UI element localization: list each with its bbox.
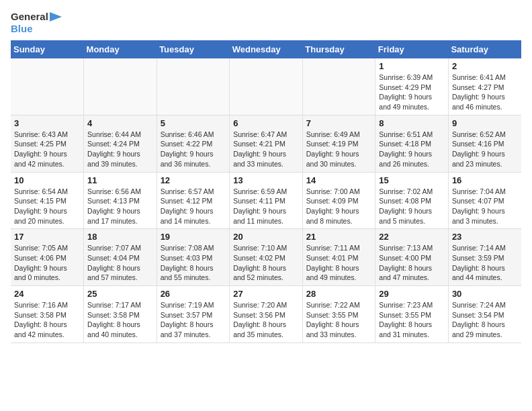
day-info: Sunrise: 6:46 AM Sunset: 4:22 PM Dayligh…	[161, 130, 226, 169]
calendar-cell: 1Sunrise: 6:39 AM Sunset: 4:29 PM Daylig…	[375, 58, 449, 115]
day-number: 12	[161, 175, 226, 185]
calendar-cell	[302, 58, 375, 115]
calendar-cell: 22Sunrise: 7:13 AM Sunset: 4:00 PM Dayli…	[375, 229, 449, 286]
calendar-cell: 2Sunrise: 6:41 AM Sunset: 4:27 PM Daylig…	[448, 58, 521, 115]
calendar-cell: 26Sunrise: 7:19 AM Sunset: 3:57 PM Dayli…	[157, 286, 230, 343]
calendar-cell: 21Sunrise: 7:11 AM Sunset: 4:01 PM Dayli…	[302, 229, 375, 286]
calendar-cell: 3Sunrise: 6:43 AM Sunset: 4:25 PM Daylig…	[11, 115, 84, 172]
logo-blue: Blue	[11, 23, 62, 35]
day-info: Sunrise: 7:17 AM Sunset: 3:58 PM Dayligh…	[87, 300, 153, 340]
calendar-cell: 18Sunrise: 7:07 AM Sunset: 4:04 PM Dayli…	[84, 229, 157, 286]
day-info: Sunrise: 6:54 AM Sunset: 4:15 PM Dayligh…	[14, 187, 80, 226]
logo: General Blue	[11, 11, 62, 35]
day-number: 10	[14, 175, 80, 185]
day-info: Sunrise: 6:51 AM Sunset: 4:18 PM Dayligh…	[379, 130, 445, 169]
calendar-cell: 30Sunrise: 7:24 AM Sunset: 3:54 PM Dayli…	[448, 286, 521, 343]
day-number: 5	[161, 118, 226, 128]
day-info: Sunrise: 6:44 AM Sunset: 4:24 PM Dayligh…	[87, 130, 153, 169]
day-info: Sunrise: 7:04 AM Sunset: 4:07 PM Dayligh…	[452, 187, 518, 226]
calendar-cell: 20Sunrise: 7:10 AM Sunset: 4:02 PM Dayli…	[230, 229, 303, 286]
day-number: 3	[14, 118, 80, 128]
day-info: Sunrise: 7:10 AM Sunset: 4:02 PM Dayligh…	[233, 243, 299, 283]
day-number: 9	[452, 118, 518, 128]
calendar-cell: 27Sunrise: 7:20 AM Sunset: 3:56 PM Dayli…	[230, 286, 303, 343]
day-number: 14	[306, 175, 372, 185]
day-number: 30	[452, 289, 518, 299]
calendar-cell: 23Sunrise: 7:14 AM Sunset: 3:59 PM Dayli…	[448, 229, 521, 286]
day-info: Sunrise: 7:11 AM Sunset: 4:01 PM Dayligh…	[306, 243, 372, 283]
day-info: Sunrise: 7:13 AM Sunset: 4:00 PM Dayligh…	[379, 243, 445, 283]
day-info: Sunrise: 6:43 AM Sunset: 4:25 PM Dayligh…	[14, 130, 80, 169]
calendar-cell: 11Sunrise: 6:56 AM Sunset: 4:13 PM Dayli…	[84, 172, 157, 229]
day-header-wednesday: Wednesday	[230, 40, 303, 58]
calendar-cell	[84, 58, 157, 115]
day-number: 25	[87, 289, 153, 299]
day-number: 13	[233, 175, 299, 185]
calendar-cell	[230, 58, 303, 115]
day-info: Sunrise: 7:02 AM Sunset: 4:08 PM Dayligh…	[379, 187, 445, 226]
calendar-cell: 25Sunrise: 7:17 AM Sunset: 3:58 PM Dayli…	[84, 286, 157, 343]
day-info: Sunrise: 6:56 AM Sunset: 4:13 PM Dayligh…	[87, 187, 153, 226]
day-number: 22	[379, 232, 445, 242]
day-number: 19	[161, 232, 226, 242]
day-info: Sunrise: 6:59 AM Sunset: 4:11 PM Dayligh…	[233, 187, 299, 226]
calendar-cell: 7Sunrise: 6:49 AM Sunset: 4:19 PM Daylig…	[302, 115, 375, 172]
day-info: Sunrise: 7:07 AM Sunset: 4:04 PM Dayligh…	[87, 243, 153, 283]
day-info: Sunrise: 6:49 AM Sunset: 4:19 PM Dayligh…	[306, 130, 372, 169]
day-number: 15	[379, 175, 445, 185]
calendar-cell: 28Sunrise: 7:22 AM Sunset: 3:55 PM Dayli…	[302, 286, 375, 343]
week-row-3: 17Sunrise: 7:05 AM Sunset: 4:06 PM Dayli…	[11, 229, 521, 286]
logo-general: General	[11, 11, 48, 23]
logo-text: General Blue	[11, 11, 62, 35]
calendar-cell: 8Sunrise: 6:51 AM Sunset: 4:18 PM Daylig…	[375, 115, 449, 172]
day-info: Sunrise: 7:16 AM Sunset: 3:58 PM Dayligh…	[14, 300, 80, 340]
day-info: Sunrise: 7:23 AM Sunset: 3:55 PM Dayligh…	[379, 300, 445, 340]
calendar-cell: 14Sunrise: 7:00 AM Sunset: 4:09 PM Dayli…	[302, 172, 375, 229]
day-number: 27	[233, 289, 299, 299]
days-header-row: SundayMondayTuesdayWednesdayThursdayFrid…	[11, 40, 521, 58]
day-number: 18	[87, 232, 153, 242]
day-number: 11	[87, 175, 153, 185]
day-info: Sunrise: 6:39 AM Sunset: 4:29 PM Dayligh…	[379, 73, 445, 112]
calendar-cell: 12Sunrise: 6:57 AM Sunset: 4:12 PM Dayli…	[157, 172, 230, 229]
day-number: 1	[379, 61, 445, 71]
calendar-cell: 10Sunrise: 6:54 AM Sunset: 4:15 PM Dayli…	[11, 172, 84, 229]
day-number: 28	[306, 289, 372, 299]
day-info: Sunrise: 7:14 AM Sunset: 3:59 PM Dayligh…	[452, 243, 518, 283]
day-number: 23	[452, 232, 518, 242]
week-row-0: 1Sunrise: 6:39 AM Sunset: 4:29 PM Daylig…	[11, 58, 521, 115]
day-number: 16	[452, 175, 518, 185]
day-number: 2	[452, 61, 518, 71]
day-info: Sunrise: 7:19 AM Sunset: 3:57 PM Dayligh…	[161, 300, 226, 340]
calendar-cell	[11, 58, 84, 115]
week-row-1: 3Sunrise: 6:43 AM Sunset: 4:25 PM Daylig…	[11, 115, 521, 172]
day-number: 4	[87, 118, 153, 128]
day-header-thursday: Thursday	[302, 40, 375, 58]
calendar-table: SundayMondayTuesdayWednesdayThursdayFrid…	[11, 40, 521, 343]
week-row-2: 10Sunrise: 6:54 AM Sunset: 4:15 PM Dayli…	[11, 172, 521, 229]
logo-arrow-icon	[50, 12, 62, 21]
calendar-cell: 19Sunrise: 7:08 AM Sunset: 4:03 PM Dayli…	[157, 229, 230, 286]
day-number: 21	[306, 232, 372, 242]
calendar-cell: 29Sunrise: 7:23 AM Sunset: 3:55 PM Dayli…	[375, 286, 449, 343]
day-number: 7	[306, 118, 372, 128]
day-number: 24	[14, 289, 80, 299]
day-info: Sunrise: 7:08 AM Sunset: 4:03 PM Dayligh…	[161, 243, 226, 283]
day-header-tuesday: Tuesday	[157, 40, 230, 58]
calendar-cell: 4Sunrise: 6:44 AM Sunset: 4:24 PM Daylig…	[84, 115, 157, 172]
calendar-cell	[157, 58, 230, 115]
day-header-monday: Monday	[84, 40, 157, 58]
svg-marker-0	[50, 12, 62, 21]
day-number: 29	[379, 289, 445, 299]
day-info: Sunrise: 7:05 AM Sunset: 4:06 PM Dayligh…	[14, 243, 80, 283]
day-header-friday: Friday	[375, 40, 449, 58]
day-info: Sunrise: 7:24 AM Sunset: 3:54 PM Dayligh…	[452, 300, 518, 340]
day-number: 8	[379, 118, 445, 128]
calendar-cell: 24Sunrise: 7:16 AM Sunset: 3:58 PM Dayli…	[11, 286, 84, 343]
day-number: 17	[14, 232, 80, 242]
day-info: Sunrise: 7:22 AM Sunset: 3:55 PM Dayligh…	[306, 300, 372, 340]
header: General Blue	[11, 11, 521, 35]
day-header-saturday: Saturday	[448, 40, 521, 58]
calendar-cell: 16Sunrise: 7:04 AM Sunset: 4:07 PM Dayli…	[448, 172, 521, 229]
day-number: 26	[161, 289, 226, 299]
